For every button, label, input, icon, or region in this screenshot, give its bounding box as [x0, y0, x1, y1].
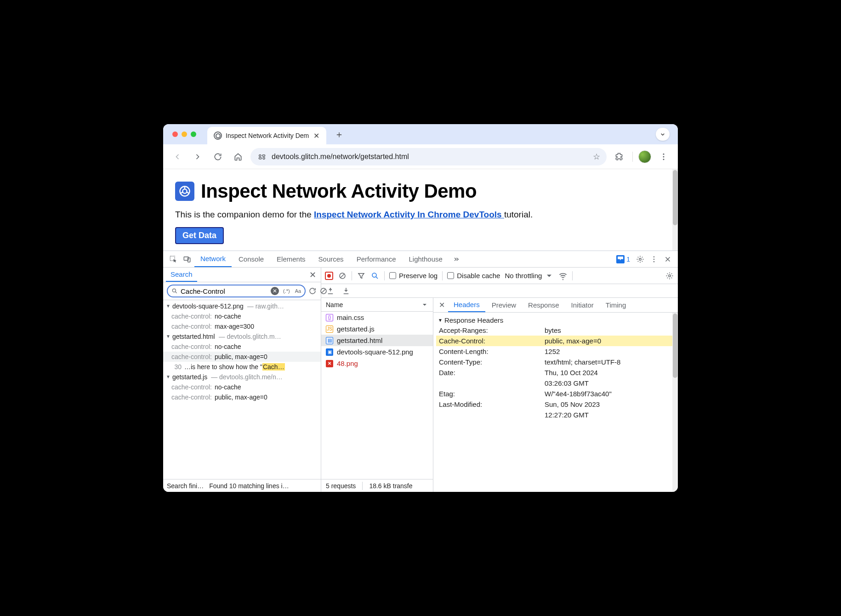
search-result-line[interactable]: cache-control:public, max-age=0	[163, 392, 321, 402]
request-row[interactable]: ▤getstarted.html	[321, 335, 433, 346]
filter-icon[interactable]	[357, 272, 366, 280]
detail-tab-initiator[interactable]: Initiator	[566, 298, 599, 312]
search-result-line[interactable]: cache-control:no-cache	[163, 382, 321, 392]
page-scrollbar[interactable]	[672, 169, 678, 251]
minimize-window-button[interactable]	[182, 131, 187, 137]
throttling-select[interactable]: No throttling	[505, 271, 554, 280]
detail-tab-timing[interactable]: Timing	[600, 298, 631, 312]
tabs-menu-button[interactable]	[656, 128, 670, 141]
device-toolbar-icon[interactable]	[181, 253, 193, 266]
devtools-menu-icon[interactable]	[648, 253, 660, 266]
browser-window: Inspect Network Activity Dem ✕ ＋ devtool…	[163, 124, 678, 492]
request-row[interactable]: JSgetstarted.js	[321, 323, 433, 335]
file-type-icon: ▣	[326, 348, 333, 356]
request-row[interactable]: ✕48.png	[321, 358, 433, 369]
search-result-file[interactable]: ▼getstarted.js— devtools.glitch.me/n…	[163, 372, 321, 382]
close-search-panel[interactable]: ✕	[307, 270, 318, 280]
search-result-line[interactable]: cache-control:public, max-age=0	[163, 352, 321, 362]
more-tabs-button[interactable]	[449, 253, 462, 266]
regex-toggle[interactable]: (.*)	[282, 288, 291, 294]
request-row[interactable]: ▣devtools-square-512.png	[321, 346, 433, 358]
back-button[interactable]	[170, 149, 185, 165]
record-button[interactable]	[325, 272, 333, 280]
extensions-button[interactable]	[611, 149, 627, 165]
maximize-window-button[interactable]	[191, 131, 196, 137]
reload-button[interactable]	[210, 149, 226, 165]
search-tab[interactable]: Search	[166, 268, 197, 282]
request-list-header[interactable]: Name	[321, 298, 433, 312]
search-input-pill[interactable]: ✕ (.*) Aa	[167, 285, 306, 297]
close-window-button[interactable]	[172, 131, 178, 137]
request-name: main.css	[337, 314, 364, 321]
close-detail-button[interactable]: ✕	[436, 301, 447, 309]
get-data-button[interactable]: Get Data	[175, 227, 224, 244]
tab-network[interactable]: Network	[194, 251, 232, 267]
browser-tab[interactable]: Inspect Network Activity Dem ✕	[207, 127, 326, 144]
search-result-file[interactable]: ▼getstarted.html— devtools.glitch.m…	[163, 331, 321, 342]
site-info-icon[interactable]	[257, 152, 267, 162]
preserve-log-checkbox[interactable]: Preserve log	[389, 272, 438, 279]
file-type-icon: {}	[326, 314, 333, 321]
issues-button[interactable]: 1	[614, 255, 633, 263]
tab-lighthouse[interactable]: Lighthouse	[403, 251, 449, 267]
response-headers-section[interactable]: ▼Response Headers	[436, 315, 678, 325]
desc-prefix: This is the companion demo for the	[175, 210, 314, 219]
forward-button[interactable]	[190, 149, 205, 165]
header-row[interactable]: 12:27:20 GMT	[436, 410, 678, 420]
disable-cache-label: Disable cache	[457, 272, 500, 279]
header-row[interactable]: Date:Thu, 10 Oct 2024	[436, 367, 678, 378]
detail-tab-headers[interactable]: Headers	[448, 298, 485, 312]
close-tab-button[interactable]: ✕	[313, 132, 320, 139]
export-har-icon[interactable]	[326, 287, 335, 295]
detail-tab-preview[interactable]: Preview	[486, 298, 522, 312]
address-bar[interactable]: devtools.glitch.me/network/getstarted.ht…	[250, 148, 607, 165]
search-result-line[interactable]: cache-control:no-cache	[163, 342, 321, 352]
clear-search-icon[interactable]: ✕	[271, 287, 279, 295]
detail-tab-response[interactable]: Response	[523, 298, 565, 312]
tab-sources[interactable]: Sources	[313, 251, 350, 267]
header-row[interactable]: Etag:W/"4e4-18b9f73ac40"	[436, 388, 678, 399]
header-row[interactable]: Content-Type:text/html; charset=UTF-8	[436, 357, 678, 367]
import-har-icon[interactable]	[341, 287, 351, 295]
search-toggle-icon[interactable]	[370, 272, 380, 280]
devtools-body: Search ✕ ✕ (.*) Aa	[163, 268, 678, 492]
window-controls	[172, 131, 196, 137]
network-settings-icon[interactable]	[665, 272, 674, 280]
tab-performance[interactable]: Performance	[351, 251, 402, 267]
chrome-menu-button[interactable]	[656, 149, 671, 165]
header-row[interactable]: Cache-Control:public, max-age=0	[436, 336, 678, 346]
tab-elements[interactable]: Elements	[271, 251, 312, 267]
search-result-line[interactable]: cache-control:no-cache	[163, 311, 321, 321]
page-scrollbar-thumb[interactable]	[673, 170, 677, 225]
profile-avatar[interactable]	[638, 150, 651, 163]
header-row[interactable]: Accept-Ranges:bytes	[436, 325, 678, 336]
search-input[interactable]	[181, 287, 268, 295]
headers-body: ▼Response HeadersAccept-Ranges:bytesCach…	[433, 313, 678, 492]
clear-button[interactable]	[338, 272, 347, 280]
inspect-element-icon[interactable]	[167, 253, 180, 266]
network-main: Name {}main.cssJSgetstarted.js▤getstarte…	[321, 298, 678, 492]
header-row[interactable]: Content-Length:1252	[436, 346, 678, 357]
bookmark-star-icon[interactable]: ☆	[593, 152, 600, 162]
search-result-file[interactable]: ▼devtools-square-512.png— raw.gith…	[163, 301, 321, 311]
new-tab-button[interactable]: ＋	[333, 128, 346, 141]
disable-cache-checkbox[interactable]: Disable cache	[447, 272, 500, 279]
network-conditions-icon[interactable]	[558, 271, 568, 280]
tab-console[interactable]: Console	[233, 251, 270, 267]
tutorial-link[interactable]: Inspect Network Activity In Chrome DevTo…	[314, 210, 504, 219]
case-toggle[interactable]: Aa	[294, 288, 302, 294]
detail-scrollbar-thumb[interactable]	[673, 314, 677, 378]
refresh-search-icon[interactable]	[308, 287, 317, 295]
devtools-settings-icon[interactable]	[634, 253, 647, 266]
svg-rect-1	[262, 154, 265, 156]
detail-scrollbar[interactable]	[672, 313, 678, 492]
close-devtools-button[interactable]	[661, 253, 674, 266]
throttling-label: No throttling	[505, 272, 542, 279]
request-row[interactable]: {}main.css	[321, 312, 433, 323]
header-row[interactable]: Last-Modified:Sun, 05 Nov 2023	[436, 399, 678, 410]
search-result-line[interactable]: 30…is here to show how the "Cach…	[163, 362, 321, 372]
home-button[interactable]	[230, 149, 246, 165]
header-row[interactable]: 03:26:03 GMT	[436, 378, 678, 388]
search-result-line[interactable]: cache-control:max-age=300	[163, 321, 321, 331]
divider	[572, 271, 573, 280]
